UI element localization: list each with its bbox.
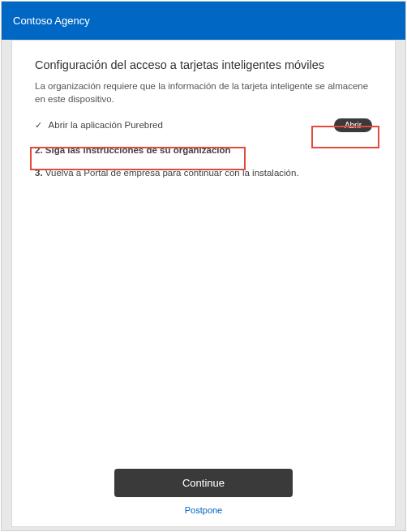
spacer bbox=[35, 191, 372, 469]
postpone-link[interactable]: Postpone bbox=[35, 505, 372, 517]
step-2: 2. Siga las instrucciones de su organiza… bbox=[35, 145, 372, 155]
step-1-label: Abrir la aplicación Purebred bbox=[49, 120, 163, 130]
page-subtext: La organización requiere que la informac… bbox=[35, 79, 372, 105]
app-name: Contoso Agency bbox=[13, 15, 90, 27]
page-title: Configuración del acceso a tarjetas inte… bbox=[35, 58, 372, 71]
step-3-label: Vuelva a Portal de empresa para continua… bbox=[45, 168, 299, 178]
checkmark-icon: ✓ bbox=[35, 120, 46, 131]
step-3-prefix: 3. bbox=[35, 168, 43, 178]
continue-button[interactable]: Continue bbox=[114, 469, 293, 497]
step-2-label: Siga las instrucciones de su organizació… bbox=[45, 145, 231, 155]
step-1: ✓ Abrir la aplicación Purebred Abrir bbox=[35, 118, 372, 132]
content-frame: Configuración del acceso a tarjetas inte… bbox=[2, 40, 405, 530]
open-button[interactable]: Abrir bbox=[334, 118, 372, 132]
setup-panel: Configuración del acceso a tarjetas inte… bbox=[11, 40, 396, 527]
title-bar: Contoso Agency bbox=[2, 2, 405, 40]
step-2-prefix: 2. bbox=[35, 145, 43, 155]
app-window: Contoso Agency Configuración del acceso … bbox=[1, 1, 406, 531]
step-3: 3. Vuelva a Portal de empresa para conti… bbox=[35, 168, 372, 178]
step-1-text: ✓ Abrir la aplicación Purebred bbox=[35, 120, 163, 131]
